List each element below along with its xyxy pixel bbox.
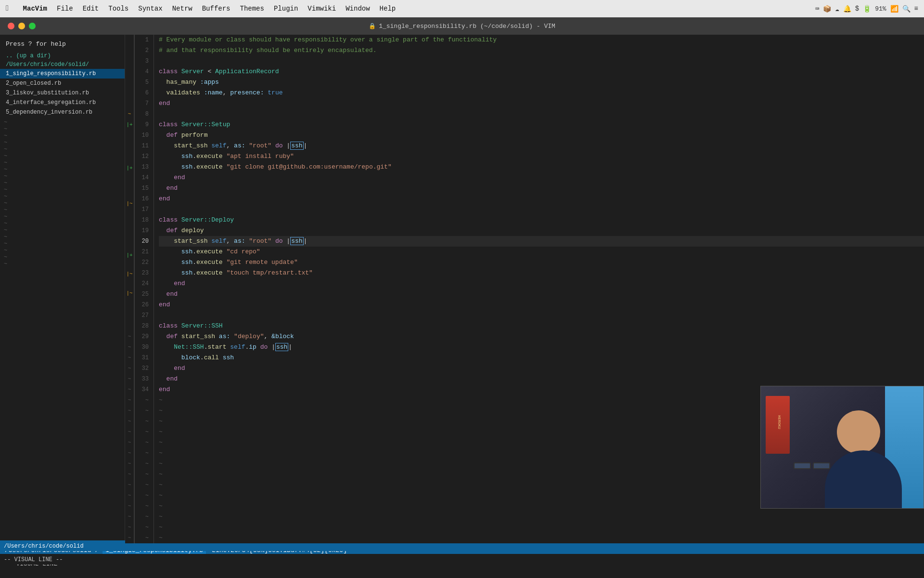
battery-icon: 🔋 [863,5,871,13]
ln-15: 15 [135,183,152,194]
glass-left [794,462,811,469]
code-tilde-13: ~ [159,522,924,533]
ln-4: 4 [135,66,152,77]
sidebar-help-text: Press ? for help [0,39,125,52]
notification-icon: 🔔 [843,5,851,13]
diff-t16: ~ [125,490,134,501]
diff-t11: ~ [125,437,134,448]
sidebar-bottom-path: /Users/chris/code/solid [4,543,84,550]
code-line-2: # and that responsibility should be enti… [159,45,924,56]
menu-right-icons: ⌨ 📦 ☁ 🔔 $ 🔋 91% 📶 🔍 ≡ [815,5,918,13]
diff-28: |~ [125,269,134,279]
diff-34 [125,323,134,331]
ln-16: 16 [135,194,152,204]
code-line-31: block.call ssh [159,353,924,363]
diff-t13: ~ [125,459,134,469]
diff-18 [125,182,134,190]
title-label: 1_single_responsibility.rb (~/code/solid… [379,23,555,30]
sidebar-file-1[interactable]: 1_single_responsibility.rb [0,69,125,79]
tilde-22: ~ [0,261,125,267]
minimize-button[interactable] [18,23,25,29]
sidebar-parent-dir[interactable]: .. (up a dir) [0,52,125,60]
tilde-4: ~ [0,139,125,146]
screenshare-icon: ⌨ [815,5,819,13]
diff-24 [125,234,134,242]
battery-percent: 91% [875,5,886,13]
menu-help[interactable]: Help [375,3,401,14]
code-line-29: def start_ssh as: "deploy", &block [159,331,924,342]
diff-t6: ~ [125,384,134,395]
menu-syntax[interactable]: Syntax [133,3,167,14]
close-button[interactable] [8,23,14,29]
ln-3: 3 [135,56,152,66]
diff-t9: ~ [125,416,134,427]
diff-31 [125,299,134,307]
menu-extra-icon[interactable]: ≡ [914,5,918,13]
code-line-20: start_ssh self, as: "root" do |ssh| [159,236,924,247]
menu-macvim[interactable]: MacVim [18,3,52,14]
diff-t12: ~ [125,448,134,459]
code-line-22: ssh.execute "git remote update" [159,257,924,268]
code-line-12: ssh.execute "apt install ruby" [159,151,924,162]
code-line-14: end [159,172,924,183]
tilde-14: ~ [0,207,125,213]
code-line-3 [159,56,924,66]
ln-11: 11 [135,141,152,151]
ln-8: 8 [135,109,152,119]
ln-28: 28 [135,321,152,331]
ln-1: 1 [135,35,152,45]
diff-t10: ~ [125,427,134,437]
code-line-7: end [159,98,924,109]
sidebar-current-path[interactable]: /Users/chris/code/solid/ [0,60,125,69]
diff-t2: ~ [125,342,134,353]
menu-buffers[interactable]: Buffers [197,3,235,14]
tilde-5: ~ [0,146,125,153]
ln-t8: ~ [135,469,152,480]
menu-plugin[interactable]: Plugin [269,3,303,14]
code-line-26: end [159,300,924,310]
diff-9 [125,101,134,109]
diff-14 [125,146,134,155]
menu-edit[interactable]: Edit [78,3,104,14]
editor[interactable]: ~ |+ |+ |~ |+ |~ [125,35,924,543]
diff-16: |+ [125,163,134,173]
diff-2 [125,43,134,51]
diff-5 [125,67,134,76]
code-line-23: ssh.execute "touch tmp/restart.txt" [159,268,924,278]
ln-29: 29 [135,331,152,342]
webcam-book: HEROKU [766,396,790,454]
ln-t9: ~ [135,480,152,490]
ln-24: 24 [135,278,152,289]
code-line-30: Net::SSH.start self.ip do |ssh| [159,342,924,353]
menu-vimwiki[interactable]: Vimwiki [303,3,341,14]
ln-13: 13 [135,162,152,172]
code-line-16: end [159,194,924,204]
sidebar-file-2[interactable]: 2_open_closed.rb [0,79,125,88]
menu-themes[interactable]: Themes [235,3,269,14]
book-label: HEROKU [777,415,782,429]
ln-21: 21 [135,247,152,257]
sidebar-file-4[interactable]: 4_interface_segregation.rb [0,98,125,107]
fullscreen-button[interactable] [29,23,36,29]
menu-netrw[interactable]: Netrw [167,3,197,14]
ln-23: 23 [135,268,152,278]
diff-19 [125,190,134,198]
menu-file[interactable]: File [52,3,78,14]
ln-5: 5 [135,77,152,88]
tilde-1: ~ [0,119,125,126]
menu-tools[interactable]: Tools [103,3,133,14]
ln-t6: ~ [135,448,152,459]
tilde-12: ~ [0,193,125,200]
ln-33: 33 [135,374,152,384]
diff-t8: ~ [125,406,134,416]
webcam-background: HEROKU [761,386,924,508]
search-icon[interactable]: 🔍 [902,5,911,13]
sidebar-file-3[interactable]: 3_liskov_substitution.rb [0,88,125,98]
webcam-person-head [837,410,880,454]
menu-window[interactable]: Window [341,3,374,14]
sidebar-file-5[interactable]: 5_dependency_inversion.rb [0,107,125,117]
diff-25 [125,242,134,250]
apple-menu[interactable]:  [6,4,11,13]
menu-bar:  MacVim File Edit Tools Syntax Netrw Bu… [0,0,924,17]
tilde-3: ~ [0,132,125,139]
